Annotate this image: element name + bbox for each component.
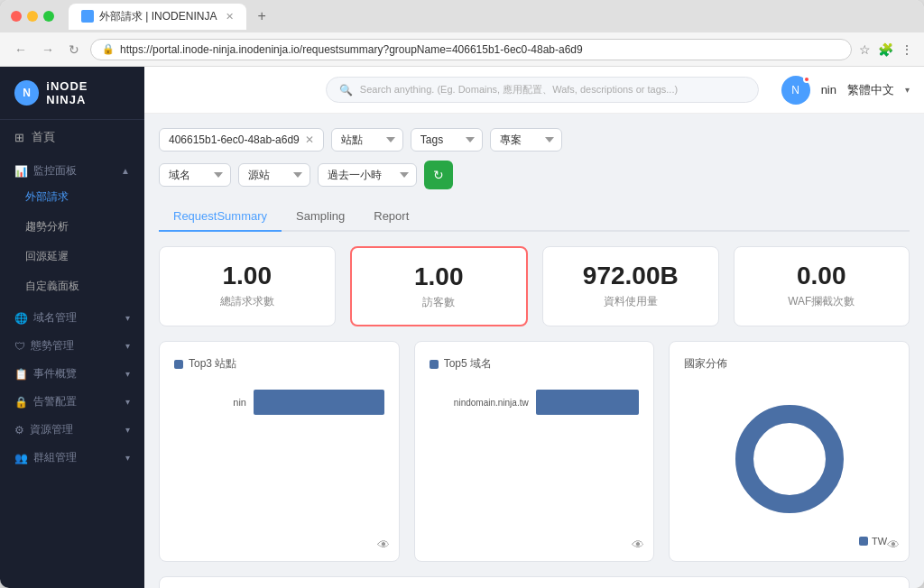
- stat-value-data: 972.00B: [565, 262, 697, 290]
- refresh-button[interactable]: ↻: [65, 41, 83, 59]
- sidebar-item-home[interactable]: ⊞ 首頁: [0, 120, 144, 154]
- filter-tag-group[interactable]: 406615b1-6ec0-48ab-a6d9 ✕: [159, 128, 324, 152]
- stat-card-visitors: 1.00 訪客數: [350, 246, 529, 326]
- sidebar-section-alerts[interactable]: 🔒 告警配置 ▾: [0, 385, 144, 413]
- search-icon: 🔍: [339, 84, 353, 96]
- tab-close-button[interactable]: ✕: [226, 11, 234, 23]
- sidebar-monitor-label: 監控面板: [33, 163, 77, 179]
- logo-text: iNODE NINJA: [46, 79, 130, 106]
- menu-icon[interactable]: ⋮: [901, 42, 913, 57]
- chevron-down-icon4: ▾: [125, 397, 130, 407]
- chart-top3-label: Top3 站點: [189, 356, 236, 372]
- extension-icon[interactable]: 🧩: [878, 42, 893, 57]
- user-avatar: N: [781, 76, 810, 105]
- stat-label-data: 資料使用量: [565, 294, 697, 309]
- custom-label: 自定義面板: [25, 280, 79, 292]
- filter-select-time[interactable]: 過去一小時: [318, 163, 417, 187]
- alerts-label: 告警配置: [33, 394, 77, 409]
- chevron-down-icon3: ▾: [125, 369, 130, 379]
- external-requests-label: 外部請求: [25, 190, 69, 203]
- lock-icon: 🔒: [102, 43, 115, 55]
- sidebar-section-monitor[interactable]: 📊 監控面板 ▲: [0, 154, 144, 182]
- bar-chart-domains: nindomain.ninja.tw: [430, 382, 640, 422]
- sidebar-item-custom[interactable]: 自定義面板: [0, 271, 144, 301]
- tab-request-summary[interactable]: RequestSummary: [159, 202, 282, 232]
- domain-icon: 🌐: [14, 312, 28, 325]
- trend-label: 趨勢分析: [25, 220, 69, 233]
- main-content: 406615b1-6ec0-48ab-a6d9 ✕ 站點 Tags 專案: [144, 114, 924, 588]
- tab-report[interactable]: Report: [359, 202, 423, 232]
- stat-label-visitors: 訪客數: [374, 295, 505, 310]
- tab-sampling[interactable]: Sampling: [282, 202, 359, 232]
- bottom-chart: 總請求求數 1.00: [159, 576, 910, 588]
- topbar: 🔍 Search anything. (Eg. Domains, 應用配置、Wa…: [144, 67, 924, 114]
- sidebar-section-waf[interactable]: 🛡 態勢管理 ▾: [0, 329, 144, 357]
- chevron-down-icon: ▾: [125, 313, 130, 323]
- domain-mgmt-label: 域名管理: [33, 310, 77, 326]
- legend-dot-tw: [859, 537, 868, 546]
- stat-cards: 1.00 總請求求數 1.00 訪客數 972.00B 資料使用量: [159, 246, 910, 326]
- resources-icon: ⚙: [14, 424, 24, 436]
- resources-label: 資源管理: [30, 422, 73, 437]
- forward-button[interactable]: →: [38, 41, 58, 59]
- eye-icon-country[interactable]: 👁: [887, 537, 900, 552]
- filter-select-origin[interactable]: 源站: [238, 163, 310, 187]
- alerts-icon: 🔒: [14, 396, 28, 409]
- events-label: 事件概覽: [33, 366, 77, 381]
- browser-tab[interactable]: 外部請求 | INODENINJA ✕: [69, 4, 246, 30]
- sidebar-item-latency[interactable]: 回源延遲: [0, 242, 144, 271]
- svg-point-1: [744, 414, 835, 504]
- chart-title-top5: Top5 域名: [430, 356, 640, 372]
- chevron-lang-icon[interactable]: ▾: [905, 85, 910, 95]
- maximize-button[interactable]: [43, 11, 54, 22]
- chart-country-dist: 國家分佈: [669, 341, 910, 562]
- bar-label-nin: nin: [174, 397, 246, 408]
- close-button[interactable]: [11, 11, 22, 22]
- eye-icon-domains[interactable]: 👁: [632, 537, 644, 552]
- filter-tag-remove[interactable]: ✕: [305, 133, 314, 146]
- stat-card-total-requests: 1.00 總請求求數: [159, 246, 336, 326]
- stat-label-waf: WAF攔截次數: [756, 294, 888, 309]
- content-area: 406615b1-6ec0-48ab-a6d9 ✕ 站點 Tags 專案: [144, 114, 924, 588]
- waf-icon: 🛡: [14, 340, 25, 353]
- eye-icon-sites[interactable]: 👁: [377, 537, 390, 552]
- logo-icon: N: [14, 80, 39, 106]
- language-selector[interactable]: 繁體中文: [847, 82, 894, 98]
- chart-title-country: 國家分佈: [684, 356, 894, 372]
- minimize-button[interactable]: [27, 11, 38, 22]
- tab-favicon: [81, 10, 94, 23]
- main-area: 🔍 Search anything. (Eg. Domains, 應用配置、Wa…: [144, 67, 924, 588]
- filter-select-project[interactable]: 專案: [490, 128, 562, 152]
- filter-select-domain[interactable]: 域名: [159, 163, 231, 187]
- user-name[interactable]: nin: [821, 83, 836, 96]
- stat-value-total: 1.00: [181, 262, 313, 290]
- bookmark-icon[interactable]: ☆: [859, 42, 871, 57]
- sidebar-section-events[interactable]: 📋 事件概覽 ▾: [0, 357, 144, 385]
- legend-tw-label: TW: [872, 536, 887, 547]
- app-container: N iNODE NINJA ⊞ 首頁 📊 監控面板 ▲ 外部請求: [0, 67, 924, 588]
- sidebar-section-resources[interactable]: ⚙ 資源管理 ▾: [0, 413, 144, 441]
- browser-toolbar: ← → ↻ 🔒 https://portal.inode-ninja.inode…: [0, 32, 924, 67]
- filter-select-station[interactable]: 站點: [331, 128, 403, 152]
- new-tab-button[interactable]: +: [257, 8, 265, 24]
- refresh-button[interactable]: ↻: [424, 161, 453, 189]
- address-bar[interactable]: 🔒 https://portal.inode-ninja.inodeninja.…: [90, 39, 852, 60]
- chevron-down-icon5: ▾: [125, 425, 130, 435]
- latency-label: 回源延遲: [25, 250, 69, 262]
- chevron-up-icon: ▲: [121, 166, 130, 176]
- legend-tw: TW: [859, 536, 887, 547]
- events-icon: 📋: [14, 368, 28, 381]
- sidebar-section-groups[interactable]: 👥 群組管理 ▾: [0, 441, 144, 469]
- sidebar-item-external-requests[interactable]: 外部請求: [0, 182, 144, 212]
- filter-select-tags[interactable]: Tags: [411, 128, 483, 152]
- chevron-down-icon2: ▾: [125, 341, 130, 351]
- search-bar[interactable]: 🔍 Search anything. (Eg. Domains, 應用配置、Wa…: [326, 77, 759, 103]
- app-body: N iNODE NINJA ⊞ 首頁 📊 監控面板 ▲ 外部請求: [0, 67, 924, 588]
- sidebar-section-domain[interactable]: 🌐 域名管理 ▾: [0, 301, 144, 329]
- user-section: N nin 繁體中文 ▾: [781, 76, 910, 105]
- browser-window: 外部請求 | INODENINJA ✕ + ← → ↻ 🔒 https://po…: [0, 0, 924, 588]
- sidebar-item-trend[interactable]: 趨勢分析: [0, 212, 144, 242]
- back-button[interactable]: ←: [11, 41, 31, 59]
- chart-top3-sites: Top3 站點 nin 👁: [159, 341, 400, 562]
- groups-label: 群組管理: [33, 450, 77, 465]
